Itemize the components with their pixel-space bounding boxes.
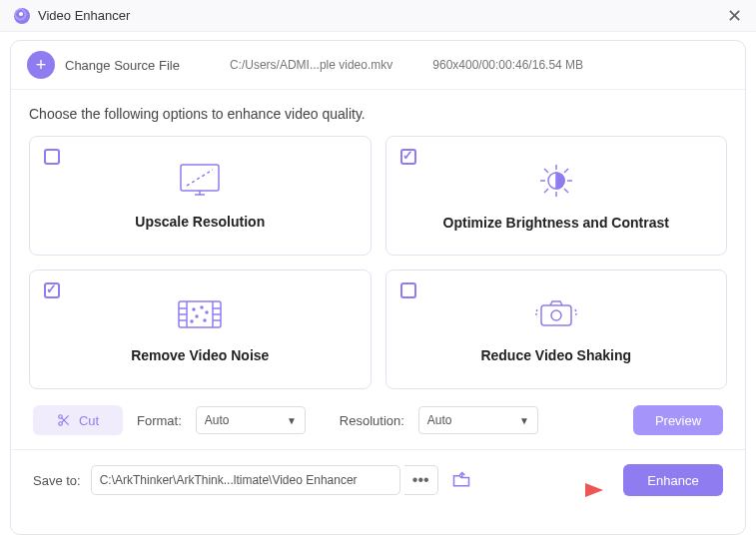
svg-point-26 — [204, 319, 206, 321]
svg-rect-0 — [181, 165, 219, 191]
option-label: Reduce Video Shaking — [480, 347, 631, 363]
source-bar: + Change Source File C:/Users/ADMI...ple… — [11, 41, 745, 90]
browse-button[interactable]: ••• — [404, 465, 438, 495]
folder-open-icon — [451, 471, 471, 489]
svg-line-1 — [187, 170, 213, 186]
scissors-icon — [57, 413, 71, 427]
add-source-button[interactable]: + — [27, 51, 55, 79]
svg-point-29 — [551, 310, 561, 320]
source-path: C:/Users/ADMI...ple video.mkv — [230, 58, 392, 72]
svg-line-11 — [544, 189, 548, 193]
app-icon — [14, 8, 30, 24]
chevron-down-icon: ▼ — [287, 415, 297, 426]
chevron-down-icon: ▼ — [519, 415, 529, 426]
svg-point-30 — [59, 415, 63, 419]
controls-row: Cut Format: Auto ▼ Resolution: Auto ▼ Pr… — [29, 389, 727, 435]
svg-point-27 — [191, 320, 193, 322]
svg-point-22 — [193, 308, 195, 310]
camera-stabilize-icon — [533, 295, 579, 337]
save-to-label: Save to: — [33, 473, 81, 488]
format-select[interactable]: Auto ▼ — [196, 406, 306, 434]
svg-line-12 — [564, 169, 568, 173]
svg-line-10 — [564, 189, 568, 193]
checkbox-icon[interactable] — [44, 149, 60, 165]
cut-label: Cut — [79, 413, 99, 428]
resolution-select[interactable]: Auto ▼ — [418, 406, 538, 434]
option-label: Optimize Brightness and Contrast — [443, 215, 669, 231]
option-label: Upscale Resolution — [135, 214, 265, 230]
svg-point-24 — [206, 311, 208, 313]
svg-line-9 — [544, 169, 548, 173]
source-info: 960x400/00:00:46/16.54 MB — [432, 58, 583, 72]
format-value: Auto — [205, 413, 230, 427]
titlebar: Video Enhancer ✕ — [0, 0, 756, 32]
option-reduce-shaking[interactable]: Reduce Video Shaking — [385, 270, 728, 389]
close-icon[interactable]: ✕ — [727, 7, 742, 25]
brightness-sun-icon — [533, 161, 579, 205]
change-source-link[interactable]: Change Source File — [65, 58, 180, 73]
open-folder-button[interactable] — [448, 467, 474, 493]
svg-point-23 — [201, 306, 203, 308]
window-title: Video Enhancer — [38, 8, 130, 23]
resolution-label: Resolution: — [340, 413, 404, 428]
video-enhancer-window: Video Enhancer ✕ + Change Source File C:… — [0, 0, 756, 543]
options-grid: Upscale Resolution — [29, 136, 727, 389]
option-brightness-contrast[interactable]: Optimize Brightness and Contrast — [385, 136, 728, 256]
svg-rect-28 — [541, 305, 571, 325]
plus-icon: + — [36, 55, 47, 76]
svg-point-31 — [59, 422, 63, 426]
option-remove-noise[interactable]: Remove Video Noise — [29, 270, 372, 389]
save-row: Save to: C:\ArkThinker\ArkThink...ltimat… — [29, 450, 727, 496]
checkbox-icon[interactable] — [44, 282, 60, 298]
preview-label: Preview — [655, 413, 701, 428]
save-path-input[interactable]: C:\ArkThinker\ArkThink...ltimate\Video E… — [91, 465, 400, 495]
format-label: Format: — [137, 413, 182, 428]
film-noise-icon — [175, 295, 225, 337]
instruction-text: Choose the following options to enhance … — [29, 106, 727, 122]
content-area: Choose the following options to enhance … — [11, 90, 745, 496]
option-upscale-resolution[interactable]: Upscale Resolution — [29, 136, 372, 256]
monitor-upscale-icon — [178, 162, 222, 204]
enhance-button[interactable]: Enhance — [623, 464, 723, 496]
option-label: Remove Video Noise — [131, 347, 269, 363]
svg-point-25 — [196, 315, 198, 317]
preview-button[interactable]: Preview — [633, 405, 723, 435]
enhance-label: Enhance — [647, 473, 698, 488]
main-panel: + Change Source File C:/Users/ADMI...ple… — [10, 40, 746, 535]
save-path-value: C:\ArkThinker\ArkThink...ltimate\Video E… — [100, 473, 358, 487]
cut-button[interactable]: Cut — [33, 405, 123, 435]
checkbox-icon[interactable] — [400, 282, 416, 298]
checkbox-icon[interactable] — [400, 149, 416, 165]
ellipsis-icon: ••• — [412, 471, 429, 489]
resolution-value: Auto — [427, 413, 452, 427]
